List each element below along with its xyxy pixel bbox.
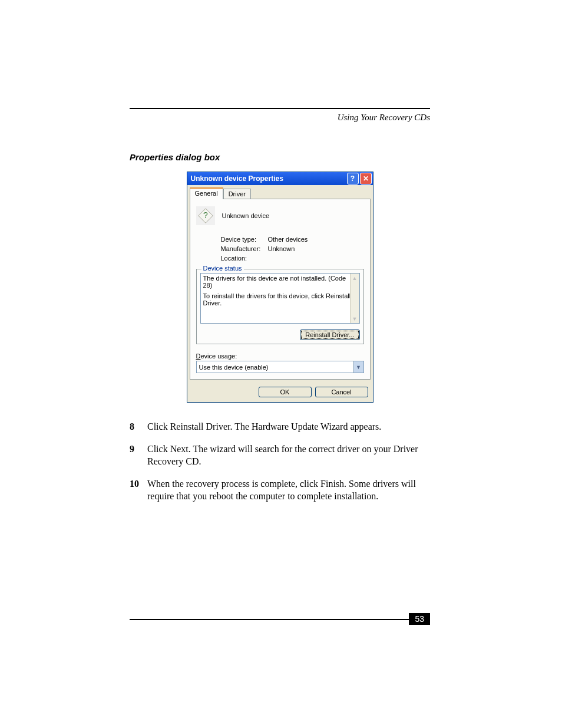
usage-rest: evice usage: <box>200 353 237 360</box>
device-usage-label: Device usage: <box>196 353 364 360</box>
top-rule <box>130 108 430 109</box>
label-device-type: Device type: <box>221 236 268 243</box>
running-head: Using Your Recovery CDs <box>130 113 430 123</box>
label-manufacturer: Manufacturer: <box>221 245 268 252</box>
scrollbar[interactable]: ▲ ▼ <box>350 274 359 323</box>
step-number: 10 <box>130 477 147 503</box>
scroll-up-icon[interactable]: ▲ <box>351 274 359 282</box>
cancel-button[interactable]: Cancel <box>315 387 368 397</box>
step-10: 10 When the recovery process is complete… <box>130 477 430 503</box>
close-button[interactable]: ✕ <box>360 173 372 185</box>
question-chip-icon: ? <box>196 206 215 225</box>
device-header: ? Unknown device <box>196 206 364 225</box>
figure-caption: Properties dialog box <box>130 152 430 162</box>
tab-panel-general: ? Unknown device Device type: Other devi… <box>190 199 371 380</box>
device-usage-value: Use this device (enable) <box>197 364 353 371</box>
status-line-2: To reinstall the drivers for this device… <box>203 292 357 307</box>
chevron-down-icon[interactable]: ▼ <box>353 361 363 373</box>
step-8: 8 Click Reinstall Driver. The Hardware U… <box>130 420 430 433</box>
value-manufacturer: Unknown <box>268 245 295 252</box>
reinstall-driver-button[interactable]: Reinstall Driver... <box>300 330 359 340</box>
device-status-text: The drivers for this device are not inst… <box>200 273 360 324</box>
bottom-rule <box>130 619 430 620</box>
value-device-type: Other devices <box>268 236 308 243</box>
titlebar: Unknown device Properties ? ✕ <box>187 172 373 185</box>
label-location: Location: <box>221 255 268 262</box>
tab-driver[interactable]: Driver <box>223 189 251 199</box>
step-number: 9 <box>130 443 147 468</box>
dialog-figure: Unknown device Properties ? ✕ General Dr… <box>130 172 430 403</box>
ok-button[interactable]: OK <box>259 387 312 397</box>
device-info: Device type: Other devices Manufacturer:… <box>221 236 364 262</box>
tabstrip: General Driver <box>187 185 373 199</box>
step-number: 8 <box>130 420 147 433</box>
tab-general[interactable]: General <box>190 187 223 199</box>
device-usage-select[interactable]: Use this device (enable) ▼ <box>196 361 364 373</box>
scroll-down-icon[interactable]: ▼ <box>351 314 359 323</box>
device-status-group: Device status The drivers for this devic… <box>196 269 364 344</box>
step-text: Click Reinstall Driver. The Hardware Upd… <box>147 420 430 433</box>
step-text: When the recovery process is complete, c… <box>147 477 430 503</box>
page-number: 53 <box>409 613 430 625</box>
step-text: Click Next. The wizard will search for t… <box>147 443 430 468</box>
device-name: Unknown device <box>222 212 270 219</box>
instruction-steps: 8 Click Reinstall Driver. The Hardware U… <box>130 420 430 503</box>
page-footer: 53 <box>130 619 430 620</box>
window-title: Unknown device Properties <box>191 174 283 183</box>
page-content: Using Your Recovery CDs Properties dialo… <box>130 108 430 512</box>
step-9: 9 Click Next. The wizard will search for… <box>130 443 430 468</box>
properties-dialog: Unknown device Properties ? ✕ General Dr… <box>187 172 373 403</box>
dialog-buttons: OK Cancel <box>187 382 373 402</box>
titlebar-buttons: ? ✕ <box>347 173 372 185</box>
help-button[interactable]: ? <box>347 173 359 185</box>
device-status-legend: Device status <box>201 265 244 272</box>
svg-text:?: ? <box>203 210 208 220</box>
status-line-1: The drivers for this device are not inst… <box>203 275 357 289</box>
